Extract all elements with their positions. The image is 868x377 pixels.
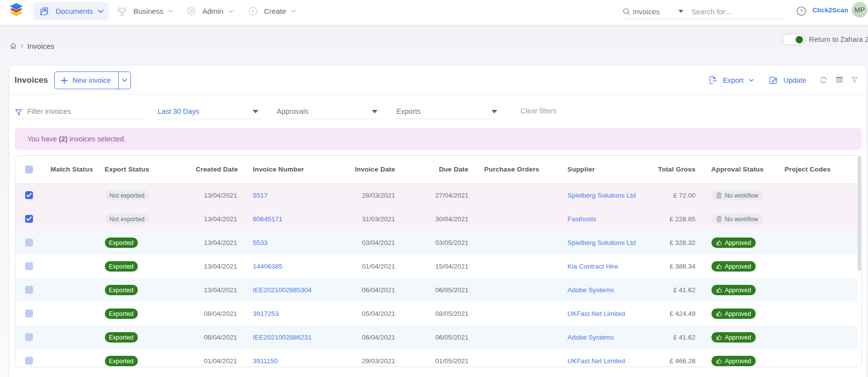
svg-text:?: ? xyxy=(800,8,803,14)
